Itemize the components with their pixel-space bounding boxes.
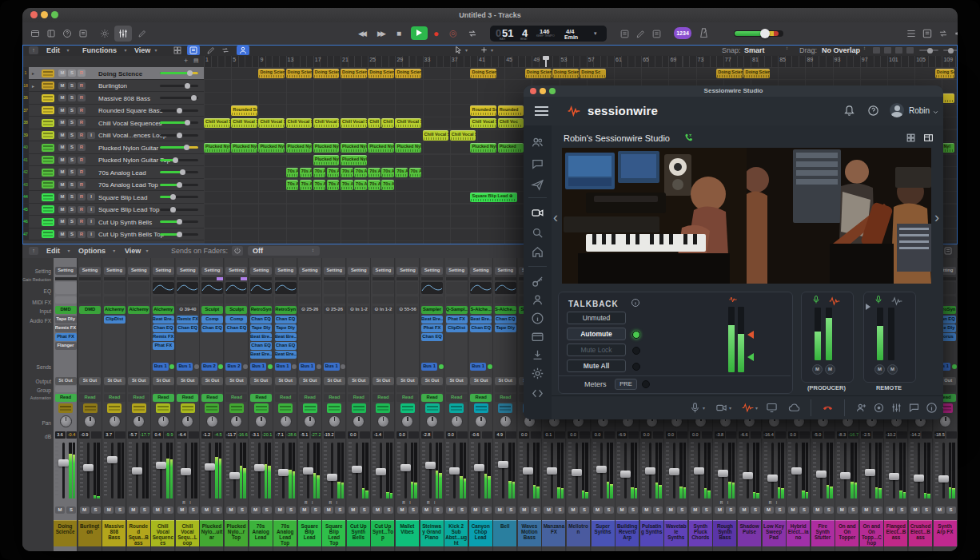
strip-fader-slot[interactable] <box>747 443 749 498</box>
strip-fx-chip[interactable]: Beat Bre... <box>470 316 492 324</box>
wave-monitor-icon[interactable] <box>891 296 902 307</box>
mic-live-icon[interactable] <box>811 295 821 304</box>
strip-eq-thumbnail[interactable] <box>421 282 443 294</box>
strip-db-value[interactable]: 0.0 <box>690 431 700 439</box>
arrange-region[interactable]: 70s A <box>341 168 353 178</box>
track-m-button[interactable]: M <box>58 132 66 139</box>
strip-fx-chip[interactable]: Chan EQ <box>177 324 198 332</box>
track-s-button[interactable]: S <box>68 132 76 139</box>
arrange-region[interactable]: Rounded <box>498 105 524 116</box>
bottom-info-button[interactable] <box>926 402 938 414</box>
grid-tool-button[interactable] <box>173 46 182 55</box>
strip-mute-button[interactable]: M <box>886 506 895 514</box>
strip-db-value[interactable]: -0.6 <box>470 431 480 439</box>
strip-group-slot[interactable] <box>446 386 468 392</box>
strip-name-label[interactable]: Hybrid Elect...iano <box>787 520 810 546</box>
pencil2-button[interactable] <box>635 29 646 39</box>
strip-output-chip[interactable]: St Out <box>225 377 247 385</box>
mixer-back-button[interactable]: ↑ <box>29 247 38 255</box>
talkback-info-icon[interactable] <box>631 298 640 308</box>
arrange-region[interactable]: Nyl <box>942 143 954 153</box>
track-header-row[interactable]: 41MSRPlucked Nylon Guitar Top <box>22 154 204 167</box>
arrange-region[interactable]: Doing Scien <box>286 69 313 79</box>
video-feed-remote[interactable] <box>747 148 931 284</box>
strip-group-slot[interactable] <box>495 386 516 392</box>
strip-midi-fx-slot[interactable] <box>153 296 174 304</box>
strip-db-value[interactable]: 0.0 <box>348 431 358 439</box>
strip-send-knob[interactable] <box>194 364 199 369</box>
arrange-region[interactable]: Square Blip Lead ⊕ <box>470 193 516 203</box>
arrange-region[interactable] <box>942 93 954 104</box>
strip-eq-slot[interactable] <box>79 282 101 294</box>
strip-solo-button[interactable]: S <box>408 506 418 514</box>
solo-button[interactable] <box>651 29 662 39</box>
strip-group-slot[interactable] <box>225 386 247 392</box>
strip-solo-button[interactable]: S <box>677 506 687 514</box>
strip-db-value[interactable]: -8.3 <box>837 431 847 439</box>
capture-button[interactable] <box>237 46 249 55</box>
strip-solo-button[interactable]: S <box>91 506 101 514</box>
track-volume-slider[interactable] <box>160 109 198 112</box>
strip-fader-cap[interactable] <box>791 467 802 475</box>
strip-fader-cap[interactable] <box>596 466 607 473</box>
strip-fader-cap[interactable] <box>83 464 94 471</box>
strip-name-label[interactable]: On and On Topp...Chop <box>860 520 883 546</box>
strip-name-label[interactable]: Building Reverb Arp <box>615 520 639 546</box>
strip-fader-slot[interactable] <box>942 443 945 498</box>
group-mute-button[interactable]: M <box>874 364 885 375</box>
dim-button[interactable] <box>98 27 111 40</box>
strip-fader-cap[interactable] <box>254 464 265 471</box>
arrange-region[interactable]: Rounded Sq <box>470 105 496 116</box>
meters-pre-button[interactable]: PRE <box>615 379 637 390</box>
track-header-row[interactable]: 39MSRIChill Vocal...ences Loop <box>22 129 204 142</box>
strip-solo-button[interactable]: S <box>775 506 785 514</box>
strip-group-slot[interactable] <box>177 386 198 392</box>
bottom-mic-button[interactable] <box>689 402 701 414</box>
strip-mute-button[interactable]: M <box>275 506 285 514</box>
sidebar-item-download[interactable] <box>531 348 544 362</box>
strip-fx-chip[interactable]: Chan EQ <box>153 324 174 332</box>
track-m-button[interactable]: M <box>58 82 66 89</box>
strip-name-label[interactable]: Manzana FX <box>542 520 565 546</box>
inspector-button[interactable] <box>45 27 58 40</box>
track-volume-knob[interactable] <box>180 169 185 175</box>
sidebar-item-info[interactable] <box>531 312 544 325</box>
strip-fx-chip[interactable]: Chan EQ <box>470 324 492 332</box>
strip-fx-chip[interactable]: Tape Dly <box>495 324 516 332</box>
sidebar-item-user[interactable] <box>531 293 544 307</box>
strip-eq-thumbnail[interactable] <box>177 282 198 294</box>
strip-setting-button[interactable]: Setting <box>153 267 174 275</box>
strip-automation-chip[interactable]: Read <box>225 394 247 402</box>
strip-eq-slot[interactable] <box>55 282 77 294</box>
track-i-button[interactable]: I <box>87 132 95 139</box>
strip-input-chip[interactable]: ⊙ 39-40 <box>177 306 198 314</box>
strip-group-slot[interactable] <box>104 386 125 392</box>
strip-midi-fx-slot[interactable] <box>79 296 101 304</box>
strip-pan-knob[interactable] <box>377 415 389 427</box>
strip-db-value[interactable]: -2.5 <box>861 431 871 439</box>
bottom-screen-button[interactable] <box>766 402 778 414</box>
track-m-button[interactable]: M <box>58 218 66 225</box>
strip-name-label[interactable]: Massive 808 Bass <box>102 520 125 546</box>
strip-name-label[interactable]: Chill Vocal Sequences <box>151 520 174 546</box>
track-s-button[interactable]: S <box>68 206 76 213</box>
strip-output-chip[interactable]: St Out <box>128 377 149 385</box>
strip-ri-indicator[interactable]: R I <box>176 500 199 505</box>
arrange-region[interactable]: Doing Scien <box>743 69 770 79</box>
arrange-region[interactable]: Chill <box>381 118 394 129</box>
strip-midi-fx-slot[interactable] <box>446 296 468 304</box>
strip-db-value[interactable]: -11.7 <box>225 431 236 439</box>
arrange-region[interactable]: Plucked Nyl <box>341 155 367 165</box>
track-volume-knob[interactable] <box>173 157 178 163</box>
track-volume-knob[interactable] <box>177 182 182 188</box>
strip-db-value[interactable]: -16.4 <box>763 431 774 439</box>
track-volume-knob[interactable] <box>185 120 190 125</box>
strip-mute-button[interactable]: M <box>55 506 65 514</box>
strip-send-knob[interactable] <box>243 364 248 369</box>
strip-fx-chip[interactable]: Tape Dly <box>275 324 297 332</box>
strip-solo-button[interactable]: S <box>311 506 321 514</box>
strip-send-chip[interactable]: Bus 1 <box>275 363 291 371</box>
strip-output-chip[interactable]: St Out <box>324 377 345 385</box>
toolbar-button[interactable] <box>77 27 90 40</box>
strip-eq-thumbnail[interactable] <box>153 282 174 294</box>
